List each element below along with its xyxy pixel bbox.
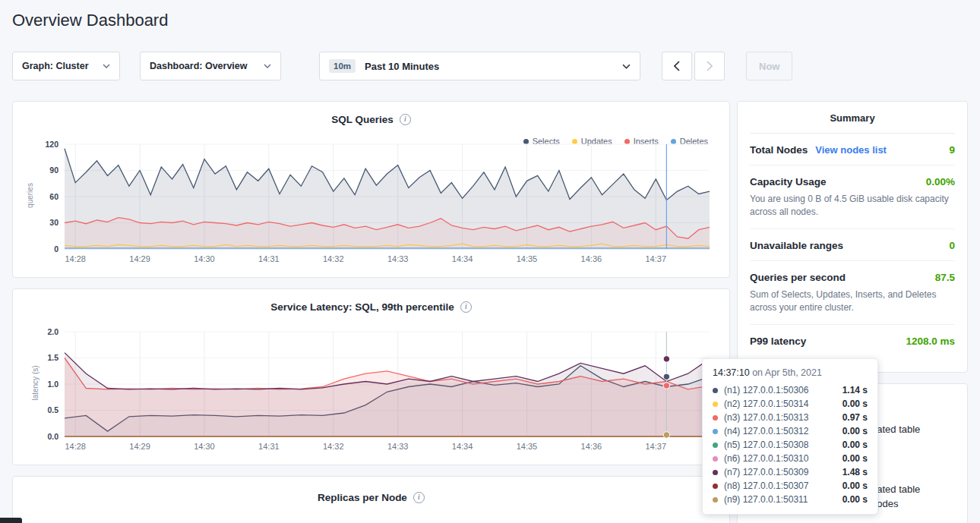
queries-per-second-value: 87.5 [935, 272, 955, 283]
chart-hover-tooltip: 14:37:10 on Apr 5th, 2021 (n1) 127.0.0.1… [702, 358, 878, 515]
capacity-usage-value: 0.00% [926, 176, 955, 187]
summary-row-total-nodes: Total Nodes View nodes list 9 [750, 134, 955, 165]
chevron-down-icon [264, 64, 271, 68]
p99-latency-value: 1208.0 ms [906, 336, 955, 347]
tooltip-node-label: (n3) 127.0.0.1:50313 [724, 412, 808, 423]
svg-text:0.5: 0.5 [47, 405, 58, 414]
summary-row-qps: Queries per second 87.5 Sum of Selects, … [750, 261, 955, 325]
tooltip-node-label: (n9) 127.0.0.1:50311 [724, 494, 808, 505]
total-nodes-value: 9 [949, 144, 955, 156]
queries-per-second-label: Queries per second [750, 272, 846, 283]
tooltip-node-row: (n3) 127.0.0.1:503130.97 s [713, 411, 868, 424]
dashboard-controls: Graph: Cluster Dashboard: Overview 10m P… [12, 52, 792, 80]
svg-text:14:28: 14:28 [65, 254, 86, 263]
tooltip-node-value: 1.14 s [842, 385, 868, 395]
node-color-dot-icon [713, 497, 718, 503]
tooltip-node-row: (n2) 127.0.0.1:503140.00 s [713, 397, 868, 411]
node-color-dot-icon [713, 470, 718, 475]
svg-text:14:30: 14:30 [194, 442, 215, 451]
svg-text:14:29: 14:29 [129, 442, 150, 451]
tooltip-node-label: (n7) 127.0.0.1:50309 [724, 467, 808, 477]
dashboard-type-dropdown[interactable]: Dashboard: Overview [140, 52, 281, 80]
svg-text:30: 30 [49, 218, 58, 227]
tooltip-node-label: (n5) 127.0.0.1:50308 [724, 440, 808, 450]
sql-queries-panel: SQL Queries i SelectsUpdatesInsertsDelet… [12, 101, 730, 278]
svg-text:14:37: 14:37 [646, 254, 667, 263]
tooltip-node-row: (n4) 127.0.0.1:503120.00 s [713, 424, 868, 438]
svg-text:1.5: 1.5 [47, 353, 58, 362]
tooltip-node-label: (n8) 127.0.0.1:50307 [724, 480, 808, 491]
svg-text:14:32: 14:32 [323, 442, 344, 451]
tooltip-node-value: 0.00 s [842, 440, 868, 450]
sql-queries-title: SQL Queries [331, 114, 394, 125]
screen-edge-artifact [0, 518, 22, 523]
svg-text:14:28: 14:28 [65, 442, 86, 451]
now-button[interactable]: Now [746, 52, 792, 80]
tooltip-node-label: (n4) 127.0.0.1:50312 [724, 426, 808, 436]
svg-text:14:30: 14:30 [194, 254, 215, 263]
svg-text:60: 60 [49, 192, 58, 201]
tooltip-node-value: 0.97 s [842, 412, 868, 423]
time-range-dropdown[interactable]: 10m Past 10 Minutes [319, 52, 640, 80]
tooltip-node-row: (n5) 127.0.0.1:503080.00 s [713, 438, 868, 452]
unavailable-ranges-value: 0 [949, 240, 955, 251]
view-nodes-list-link[interactable]: View nodes list [815, 144, 887, 156]
svg-text:14:35: 14:35 [517, 254, 538, 263]
tooltip-node-row: (n1) 127.0.0.1:503061.14 s [713, 383, 868, 397]
tooltip-node-value: 1.48 s [842, 467, 868, 477]
tooltip-node-label: (n2) 127.0.0.1:50314 [724, 399, 808, 409]
node-color-dot-icon [713, 443, 718, 448]
graph-dropdown-label: Graph: Cluster [22, 61, 89, 71]
svg-text:14:37: 14:37 [646, 442, 667, 451]
time-step-buttons [662, 52, 725, 80]
summary-row-capacity: Capacity Usage 0.00% You are using 0 B o… [750, 165, 955, 229]
service-latency-chart[interactable]: 14:2814:2914:3014:3114:3214:3314:3414:35… [21, 326, 723, 456]
summary-row-unavailable-ranges: Unavailable ranges 0 [750, 229, 955, 261]
svg-text:14:33: 14:33 [387, 442, 409, 451]
svg-text:0: 0 [54, 244, 58, 254]
info-icon[interactable]: i [400, 114, 411, 125]
svg-text:14:36: 14:36 [581, 442, 602, 451]
capacity-usage-description: You are using 0 B of 4.5 GiB usable disk… [750, 193, 955, 219]
info-icon[interactable]: i [413, 492, 425, 503]
tooltip-node-value: 0.00 s [842, 453, 868, 464]
tooltip-node-row: (n8) 127.0.0.1:503070.00 s [713, 479, 868, 493]
node-color-dot-icon [713, 402, 718, 407]
tooltip-node-value: 0.00 s [842, 494, 868, 505]
tooltip-node-value: 0.00 s [842, 480, 868, 491]
replicas-per-node-panel: Replicas per Node i [12, 476, 730, 523]
node-color-dot-icon [713, 456, 718, 462]
next-time-button[interactable] [694, 52, 725, 80]
sql-queries-chart[interactable]: 14:2814:2914:3014:3114:3214:3314:3414:35… [21, 138, 723, 269]
total-nodes-label: Total Nodes [750, 144, 808, 156]
queries-per-second-description: Sum of Selects, Updates, Inserts, and De… [750, 288, 955, 315]
page-title: Overview Dashboard [12, 11, 168, 30]
tooltip-node-row: (n6) 127.0.0.1:503100.00 s [713, 452, 868, 465]
time-range-label: Past 10 Minutes [365, 61, 615, 72]
summary-panel: Summary Total Nodes View nodes list 9 Ca… [737, 101, 968, 373]
tooltip-node-label: (n1) 127.0.0.1:50306 [724, 385, 808, 395]
graph-cluster-dropdown[interactable]: Graph: Cluster [12, 52, 120, 80]
chevron-down-icon [103, 64, 110, 68]
info-icon[interactable]: i [460, 301, 472, 313]
svg-text:90: 90 [49, 165, 58, 175]
tooltip-node-value: 0.00 s [842, 426, 868, 436]
service-latency-panel: Service Latency: SQL, 99th percentile i … [12, 288, 730, 465]
unavailable-ranges-label: Unavailable ranges [750, 240, 843, 251]
svg-text:1.0: 1.0 [47, 380, 58, 389]
time-range-badge: 10m [329, 59, 356, 73]
node-color-dot-icon [713, 415, 718, 421]
tooltip-node-label: (n6) 127.0.0.1:50310 [724, 453, 808, 464]
tooltip-node-value: 0.00 s [842, 399, 868, 409]
capacity-usage-label: Capacity Usage [750, 176, 827, 187]
previous-time-button[interactable] [662, 52, 692, 80]
svg-text:14:34: 14:34 [452, 442, 473, 451]
svg-text:120: 120 [45, 140, 58, 149]
node-color-dot-icon [713, 388, 718, 393]
tooltip-node-row: (n9) 127.0.0.1:503110.00 s [713, 493, 868, 506]
svg-text:0.0: 0.0 [47, 432, 58, 441]
p99-latency-label: P99 latency [750, 336, 806, 347]
chevron-down-icon [622, 64, 631, 69]
overview-dashboard-page: Overview Dashboard Graph: Cluster Dashbo… [0, 0, 980, 523]
summary-title: Summary [750, 102, 955, 134]
